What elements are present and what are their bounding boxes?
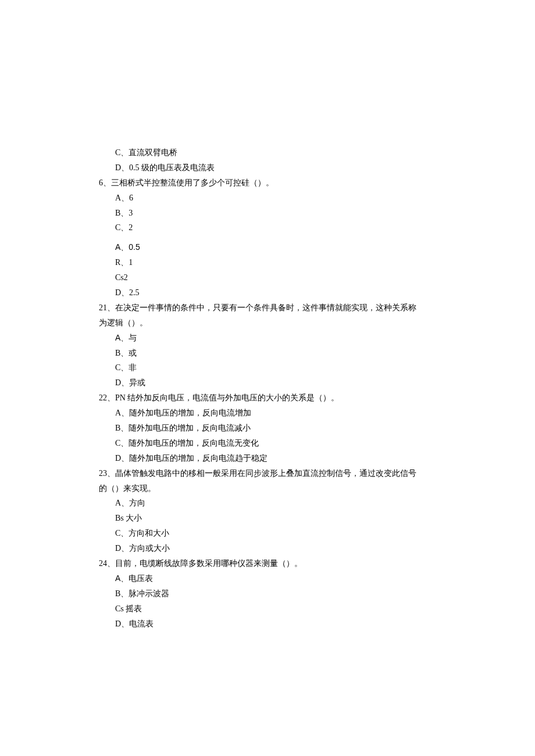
question-23-option-d: D、方向或大小 xyxy=(99,541,436,556)
question-23-option-bs: Bs 大小 xyxy=(99,511,436,526)
question-22-text: 22、PN 结外加反向电压，电流值与外加电压的大小的关系是（）。 xyxy=(99,390,436,406)
question-21-option-c: C、非 xyxy=(99,360,436,375)
question-23-text-line2: 的（）来实现。 xyxy=(99,481,436,496)
document-page: C、直流双臂电桥 D、0.5 级的电压表及电流表 6、三相桥式半控整流使用了多少… xyxy=(0,0,535,713)
question-23-text-line1: 23、晶体管触发电路中的移相一般采用在同步波形上叠加直流控制信号，通过改变此信号 xyxy=(99,466,436,481)
question-24-option-cs: Cs 摇表 xyxy=(99,601,436,617)
question-extra-option-cs2: Cs2 xyxy=(99,270,436,285)
question-extra-option-r: R、1 xyxy=(99,255,436,270)
question-21-option-d: D、异或 xyxy=(99,375,436,390)
question-22-option-a: A、随外加电压的增加，反向电流增加 xyxy=(99,406,436,421)
question-6-text: 6、三相桥式半控整流使用了多少个可控硅（）。 xyxy=(99,175,436,191)
question-5-option-c: C、直流双臂电桥 xyxy=(99,145,436,160)
question-21-option-b: B、或 xyxy=(99,346,436,361)
question-6-option-b: B、3 xyxy=(99,206,436,221)
question-22-option-c: C、随外加电压的增加，反向电流无变化 xyxy=(99,436,436,451)
question-24-option-d: D、电流表 xyxy=(99,617,436,632)
question-21-text-line2: 为逻辑（）。 xyxy=(99,316,436,331)
question-22-option-d: D、随外加电压的增加，反向电流趋于稳定 xyxy=(99,451,436,466)
question-extra-option-a: A、0.5 xyxy=(99,240,436,255)
question-24-text: 24、目前，电缆断线故障多数采用哪种仪器来测量（）。 xyxy=(99,556,436,571)
question-extra-option-d: D、2.5 xyxy=(99,285,436,300)
question-21-option-a: A、与 xyxy=(99,331,436,346)
question-6-option-a: A、6 xyxy=(99,191,436,206)
question-21-text-line1: 21、在决定一件事情的条件中，只要有一个条件具备时，这件事情就能实现，这种关系称 xyxy=(99,300,436,316)
spacer xyxy=(99,235,436,240)
question-23-option-a: A、方向 xyxy=(99,496,436,511)
question-24-option-a: A、电压表 xyxy=(99,571,436,586)
question-5-option-d: D、0.5 级的电压表及电流表 xyxy=(99,160,436,175)
question-6-option-c: C、2 xyxy=(99,220,436,235)
question-24-option-b: B、脉冲示波器 xyxy=(99,586,436,601)
question-23-option-c: C、方向和大小 xyxy=(99,526,436,541)
question-22-option-b: B、随外加电压的增加，反向电流减小 xyxy=(99,421,436,436)
